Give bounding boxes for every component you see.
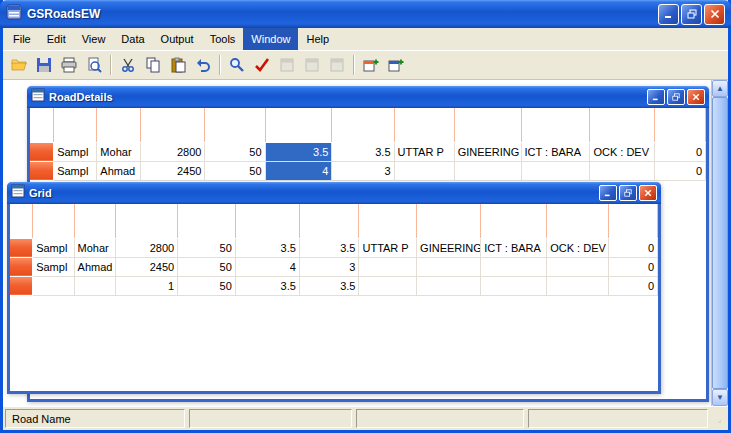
grid-cell[interactable]: Sampl <box>33 238 74 257</box>
grid-cell[interactable]: 3.5 <box>299 276 359 295</box>
row-header[interactable] <box>30 161 54 180</box>
column-header[interactable]: Field3 <box>481 204 547 238</box>
grid-cell[interactable] <box>417 257 481 276</box>
print-preview-icon[interactable] <box>82 53 106 77</box>
column-header[interactable]: Interval <box>205 108 265 142</box>
grid-cell[interactable]: Mohar <box>97 142 140 161</box>
grid-cell[interactable]: 2450 <box>140 161 205 180</box>
grid-cell[interactable]: Sampl <box>54 142 97 161</box>
row-header[interactable] <box>30 142 54 161</box>
grid-cell[interactable] <box>481 276 547 295</box>
grid-window[interactable]: Grid FromToLengthIntervalCarriage Camber… <box>7 182 661 394</box>
grid-cell[interactable]: 50 <box>178 238 236 257</box>
restore-button[interactable] <box>667 89 685 105</box>
column-header[interactable]: Cost <box>609 204 658 238</box>
column-header[interactable]: From <box>54 108 97 142</box>
grid-cell[interactable]: OCK : DEV <box>547 238 609 257</box>
menu-view[interactable]: View <box>74 28 114 50</box>
grid-cell[interactable] <box>359 276 417 295</box>
grid-cell[interactable]: GINEERING <box>417 238 481 257</box>
grid-cell[interactable]: OCK : DEV <box>590 142 655 161</box>
column-header[interactable]: Cost <box>655 108 706 142</box>
grid-cell[interactable]: 50 <box>178 276 236 295</box>
grid-cell[interactable]: 3.5 <box>235 238 299 257</box>
grid-cell[interactable]: 3.5 <box>265 142 332 161</box>
grid-cell[interactable]: 50 <box>178 257 236 276</box>
grid-cell[interactable]: 4 <box>235 257 299 276</box>
restore-button[interactable] <box>619 185 637 201</box>
grid-cell[interactable]: Sampl <box>33 257 74 276</box>
column-header[interactable]: Field1 <box>359 204 417 238</box>
grid-cell[interactable] <box>359 257 417 276</box>
resize-grip[interactable] <box>712 409 727 428</box>
menu-output[interactable]: Output <box>153 28 202 50</box>
scrollbar-thumb[interactable] <box>712 97 728 389</box>
close-button[interactable] <box>704 4 725 25</box>
grid-cell[interactable]: Sampl <box>54 161 97 180</box>
grid-cell[interactable]: 0 <box>609 238 658 257</box>
close-button[interactable] <box>639 185 657 201</box>
row-header[interactable] <box>10 238 33 257</box>
roaddetails-titlebar[interactable]: RoadDetails <box>27 86 709 108</box>
scroll-down-icon[interactable]: ▼ <box>712 389 728 406</box>
grid-cell[interactable]: 2800 <box>116 238 178 257</box>
save-icon[interactable] <box>32 53 56 77</box>
grid-cell[interactable]: Mohar <box>74 238 115 257</box>
column-header[interactable]: Length <box>140 108 205 142</box>
minimize-button[interactable] <box>647 89 665 105</box>
column-header[interactable]: Carriage Camber <box>235 204 299 238</box>
grid-cell[interactable] <box>547 257 609 276</box>
grid-titlebar[interactable]: Grid <box>7 182 661 204</box>
grid-cell[interactable]: 3 <box>299 257 359 276</box>
grid-cell[interactable]: UTTAR P <box>359 238 417 257</box>
grid-cell[interactable]: 0 <box>609 257 658 276</box>
print-icon[interactable] <box>57 53 81 77</box>
column-header[interactable]: To <box>74 204 115 238</box>
grid-cell[interactable] <box>454 161 521 180</box>
grid-cell[interactable]: 3.5 <box>332 142 394 161</box>
minimize-button[interactable] <box>599 185 617 201</box>
grid-cell[interactable]: 0 <box>655 142 706 161</box>
grid-cell[interactable]: 2450 <box>116 257 178 276</box>
row-header[interactable] <box>10 276 33 295</box>
column-header[interactable]: Formation Camber <box>299 204 359 238</box>
column-header[interactable]: Carriage Camber <box>265 108 332 142</box>
column-header[interactable]: Field3 <box>521 108 590 142</box>
grid-cell[interactable] <box>417 276 481 295</box>
grid-cell[interactable]: 1 <box>116 276 178 295</box>
grid-cell[interactable]: 2800 <box>140 142 205 161</box>
column-header[interactable]: From <box>33 204 74 238</box>
copy-icon[interactable] <box>141 53 165 77</box>
menu-help[interactable]: Help <box>298 28 337 50</box>
minimize-button[interactable] <box>658 4 679 25</box>
grid-cell[interactable]: 3.5 <box>235 276 299 295</box>
grid-cell[interactable]: 4 <box>265 161 332 180</box>
column-header[interactable]: Interval <box>178 204 236 238</box>
scroll-up-icon[interactable]: ▲ <box>712 80 728 97</box>
grid-cell[interactable]: Ahmad <box>97 161 140 180</box>
grid-cell[interactable] <box>521 161 590 180</box>
grid-cell[interactable]: ICT : BARA <box>481 238 547 257</box>
column-header[interactable]: Field2 <box>417 204 481 238</box>
menu-data[interactable]: Data <box>113 28 152 50</box>
grid-cell[interactable] <box>547 276 609 295</box>
grid-corner-cell[interactable] <box>10 204 33 238</box>
grid-cell[interactable] <box>33 276 74 295</box>
grid-cell[interactable] <box>394 161 454 180</box>
titlebar[interactable]: GSRoadsEW <box>0 0 731 28</box>
column-header[interactable]: Field1 <box>394 108 454 142</box>
grid-cell[interactable] <box>481 257 547 276</box>
grid-cell[interactable]: 3 <box>332 161 394 180</box>
grid-cell[interactable] <box>74 276 115 295</box>
grid-cell[interactable] <box>590 161 655 180</box>
column-header[interactable]: Field2 <box>454 108 521 142</box>
undo-icon[interactable] <box>191 53 215 77</box>
open-icon[interactable] <box>7 53 31 77</box>
grid-cell[interactable]: 0 <box>609 276 658 295</box>
column-header[interactable]: Formation Camber <box>332 108 394 142</box>
column-header[interactable]: Field4 <box>547 204 609 238</box>
grid-corner-cell[interactable] <box>30 108 54 142</box>
add-column-icon[interactable] <box>384 53 408 77</box>
grid-cell[interactable]: 50 <box>205 161 265 180</box>
close-button[interactable] <box>687 89 705 105</box>
